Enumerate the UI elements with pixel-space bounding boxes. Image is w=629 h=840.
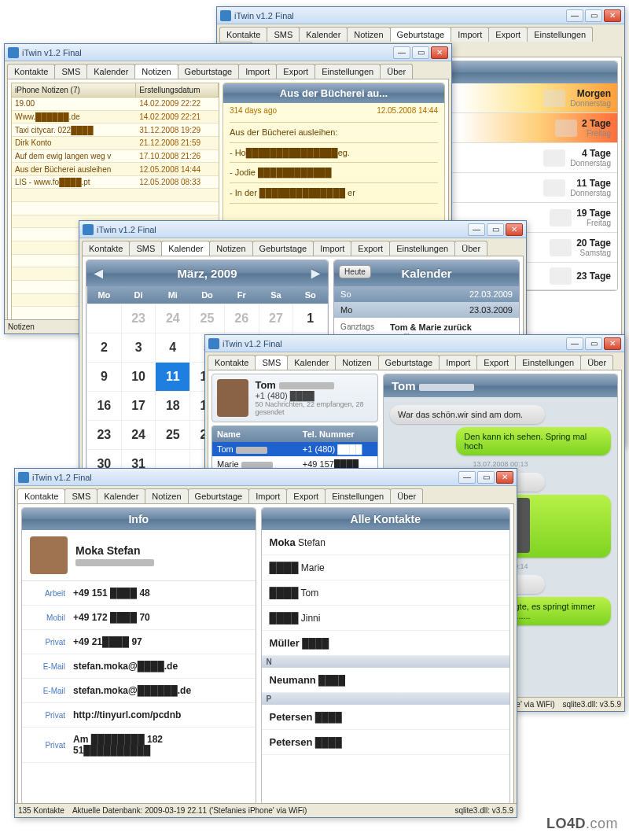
tab-notizen[interactable]: Notizen [134,64,178,79]
note-row[interactable]: Taxi citycar. 022████31.12.2008 19:29 [12,123,219,137]
calendar-day[interactable]: 18 [156,392,190,421]
close-button[interactable]: ✕ [496,471,513,484]
sms-contact-row[interactable]: Tom +1 (480) ████ [212,442,377,457]
tab-einstellungen[interactable]: Einstellungen [314,64,381,79]
tab-kontakte[interactable]: Kontakte [208,355,256,370]
titlebar[interactable]: iTwin v1.2 Final — ▭ ✕ [217,7,624,24]
minimize-button[interactable]: — [458,471,476,484]
tab-uber[interactable]: Über [580,355,613,370]
tab-geburtstage[interactable]: Geburtstage [390,27,452,42]
calendar-day[interactable]: 11 [156,363,190,392]
note-row[interactable]: Dirk Konto21.12.2008 21:59 [12,137,219,150]
tab-export[interactable]: Export [476,355,516,370]
maximize-button[interactable]: ▭ [585,337,602,350]
calendar-day[interactable]: 17 [121,392,156,421]
chat-bubble-in[interactable]: War das schön.wir sind am dom. [390,405,545,424]
tab-geburtstage[interactable]: Geburtstage [188,488,250,503]
tab-import[interactable]: Import [248,488,287,503]
calendar-day[interactable]: 25 [156,421,190,450]
chat-bubble-out[interactable]: Den kann ich sehen. Spring mal hoch [456,427,611,455]
note-row[interactable]: LIS - www.fo████.pt12.05.2008 08:33 [12,176,219,190]
calendar-day[interactable]: 9 [87,363,122,392]
contact-list-item[interactable]: ████ Tom [262,580,509,606]
contact-list-item[interactable]: Petersen ████ [262,705,509,730]
calendar-day[interactable]: 1 [293,304,328,333]
tab-kontakte[interactable]: Kontakte [219,27,267,42]
col-name[interactable]: Name [212,426,298,442]
contact-list-item[interactable]: Neumann ████ [262,668,509,693]
tab-geburtstage[interactable]: Geburtstage [378,355,440,370]
tab-kalender[interactable]: Kalender [287,355,336,370]
today-button[interactable]: Heute [339,265,371,278]
tab-geburtstage[interactable]: Geburtstage [178,64,240,79]
tab-kontakte[interactable]: Kontakte [7,64,55,79]
contact-list-item[interactable]: Petersen ████ [262,730,509,755]
minimize-button[interactable]: — [393,46,410,59]
tab-uber[interactable]: Über [380,64,413,79]
tab-notizen[interactable]: Notizen [209,241,252,256]
tab-notizen[interactable]: Notizen [347,27,390,42]
note-row[interactable]: 19.0014.02.2009 22:22 [12,98,219,111]
tab-export[interactable]: Export [488,27,528,42]
tab-einstellungen[interactable]: Einstellungen [325,488,391,503]
tab-kontakte[interactable]: Kontakte [17,488,65,503]
titlebar[interactable]: iTwin v1.2 Final — ▭ ✕ [15,469,517,486]
calendar-day[interactable]: 24 [156,304,190,333]
calendar-day[interactable]: 24 [121,421,156,450]
note-row[interactable]: Aus der Bücherei ausleihen12.05.2008 14:… [12,163,219,176]
minimize-button[interactable]: — [566,337,583,350]
prev-month-button[interactable]: ◀ [94,267,103,279]
date-row[interactable]: So22.03.2009 [334,286,519,302]
col-date[interactable]: Erstellungsdatum [136,83,219,98]
date-row[interactable]: Mo23.03.2009 [334,302,519,318]
contact-list-item[interactable]: Moka Stefan [262,530,509,555]
calendar-day[interactable]: 3 [121,333,156,363]
tab-uber[interactable]: Über [454,241,487,256]
tab-export[interactable]: Export [286,488,326,503]
contact-list-item[interactable]: Müller ████ [262,631,509,656]
titlebar[interactable]: iTwin v1.2 Final — ▭ ✕ [5,44,451,61]
maximize-button[interactable]: ▭ [487,223,504,236]
maximize-button[interactable]: ▭ [412,46,429,59]
col-number[interactable]: Tel. Nummer [298,426,377,442]
tab-sms[interactable]: SMS [267,27,300,42]
calendar-day[interactable]: 23 [121,304,156,333]
contact-list-item[interactable]: ████ Jinni [262,606,509,631]
tab-einstellungen[interactable]: Einstellungen [389,241,455,256]
minimize-button[interactable]: — [468,223,485,236]
tab-kalender[interactable]: Kalender [97,488,145,503]
titlebar[interactable]: iTwin v1.2 Final — ▭ ✕ [79,221,526,238]
tab-kalender[interactable]: Kalender [86,64,135,79]
close-button[interactable]: ✕ [604,337,621,350]
calendar-day[interactable]: 23 [87,421,122,450]
calendar-day[interactable]: 25 [190,304,225,333]
tab-import[interactable]: Import [238,64,277,79]
minimize-button[interactable]: — [566,9,583,22]
col-title[interactable]: iPhone Notizen (7) [12,83,136,98]
tab-export[interactable]: Export [351,241,390,256]
tab-sms[interactable]: SMS [64,488,97,503]
tab-kontakte[interactable]: Kontakte [82,241,130,256]
tab-uber[interactable]: Über [390,488,423,503]
tab-import[interactable]: Import [439,355,477,370]
tab-kalender[interactable]: Kalender [299,27,348,42]
titlebar[interactable]: iTwin v1.2 Final — ▭ ✕ [205,335,624,352]
tab-einstellungen[interactable]: Einstellungen [515,355,581,370]
tab-kalender[interactable]: Kalender [161,241,210,256]
close-button[interactable]: ✕ [604,9,621,22]
tab-sms[interactable]: SMS [54,64,87,79]
calendar-day[interactable] [87,304,122,333]
tab-export[interactable]: Export [276,64,315,79]
close-button[interactable]: ✕ [431,46,448,59]
tab-einstellungen[interactable]: Einstellungen [527,27,593,42]
tab-geburtstage[interactable]: Geburtstage [252,241,314,256]
calendar-day[interactable]: 10 [121,363,156,392]
tab-import[interactable]: Import [313,241,351,256]
next-month-button[interactable]: ▶ [311,267,320,279]
tab-sms[interactable]: SMS [255,355,288,370]
tab-notizen[interactable]: Notizen [145,488,188,503]
tab-sms[interactable]: SMS [129,241,162,256]
calendar-day[interactable]: 4 [156,333,190,363]
calendar-day[interactable]: 16 [87,392,122,421]
maximize-button[interactable]: ▭ [585,9,602,22]
